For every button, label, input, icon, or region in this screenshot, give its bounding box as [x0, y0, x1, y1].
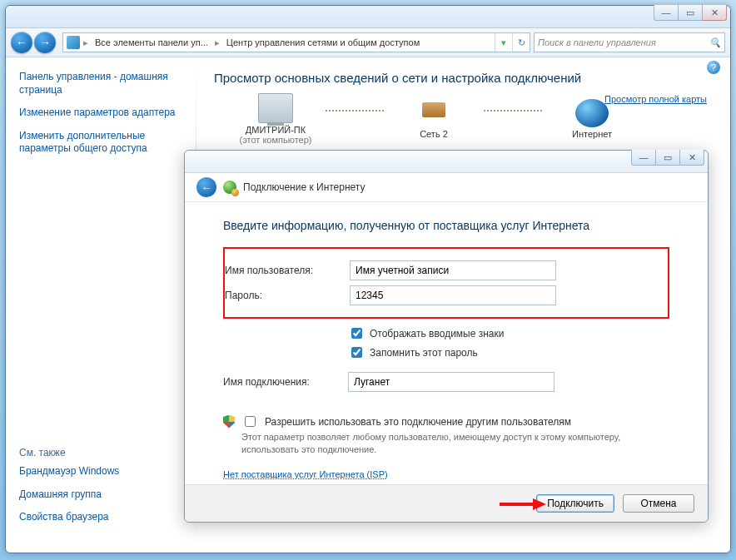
- sidebar-link-sharing[interactable]: Изменить дополнительные параметры общего…: [19, 130, 186, 156]
- remember-password-text: Запомнить этот пароль: [370, 347, 478, 359]
- breadcrumb-sep-icon: ▸: [213, 37, 221, 48]
- dialog-title: Подключение к Интернету: [243, 181, 366, 193]
- dialog-minimize-button[interactable]: —: [631, 150, 656, 166]
- wizard-icon: [223, 181, 236, 194]
- address-bar-row: ← → ▸ Все элементы панели уп... ▸ Центр …: [6, 28, 730, 57]
- window-titlebar: — ▭ ✕: [6, 6, 730, 28]
- no-isp-link[interactable]: Нет поставщика услуг Интернета (ISP): [223, 469, 388, 479]
- control-panel-icon: [67, 36, 80, 49]
- dialog-maximize-button[interactable]: ▭: [656, 150, 680, 166]
- show-chars-checkbox[interactable]: [351, 328, 362, 339]
- highlighted-credentials-box: Имя пользователя: Пароль:: [223, 247, 669, 319]
- sidebar-link-homegroup[interactable]: Домашняя группа: [19, 488, 119, 502]
- full-map-link[interactable]: Просмотр полной карты: [604, 94, 707, 104]
- search-placeholder: Поиск в панели управления: [538, 37, 656, 47]
- connection-line-icon: [326, 110, 384, 112]
- sidebar-link-browser-props[interactable]: Свойства браузера: [19, 511, 119, 524]
- node-pc-sublabel: (этот компьютер): [226, 135, 326, 145]
- dialog-heading: Введите информацию, полученную от постав…: [223, 219, 669, 232]
- remember-password-checkbox[interactable]: [351, 347, 362, 358]
- dialog-footer: Подключить Отмена: [185, 484, 708, 522]
- cancel-button[interactable]: Отмена: [623, 494, 694, 513]
- wizard-back-button[interactable]: ←: [196, 177, 216, 197]
- sidebar-link-home[interactable]: Панель управления - домашняя страница: [19, 71, 186, 97]
- sidebar-see-also-heading: См. также: [19, 447, 119, 458]
- connect-button[interactable]: Подключить: [536, 494, 614, 513]
- network-icon: [417, 99, 450, 127]
- nav-forward-button[interactable]: →: [34, 32, 56, 53]
- nav-back-button[interactable]: ←: [11, 32, 32, 53]
- page-title: Просмотр основных сведений о сети и наст…: [214, 71, 712, 85]
- node-pc-label: ДМИТРИЙ-ПК: [226, 125, 326, 135]
- password-label: Пароль:: [225, 290, 350, 301]
- node-internet: Интернет: [542, 99, 642, 139]
- close-button[interactable]: ✕: [703, 5, 727, 21]
- password-input[interactable]: [350, 285, 556, 305]
- breadcrumb-1[interactable]: Все элементы панели уп...: [90, 37, 213, 47]
- username-label: Имя пользователя:: [225, 265, 350, 276]
- remember-password-checkbox-label[interactable]: Запомнить этот пароль: [348, 344, 669, 360]
- node-network-label: Сеть 2: [384, 129, 484, 139]
- username-input[interactable]: [350, 260, 556, 280]
- address-bar[interactable]: ▸ Все элементы панели уп... ▸ Центр упра…: [62, 32, 530, 52]
- breadcrumb-2[interactable]: Центр управления сетями и общим доступом: [221, 37, 425, 47]
- dialog-body: Введите информацию, полученную от постав…: [185, 202, 708, 480]
- maximize-button[interactable]: ▭: [679, 5, 703, 21]
- show-chars-text: Отображать вводимые знаки: [370, 328, 504, 339]
- uac-shield-icon: [223, 415, 235, 429]
- dialog-close-button[interactable]: ✕: [680, 150, 704, 166]
- breadcrumb-sep-icon: ▸: [82, 37, 90, 48]
- node-this-pc: ДМИТРИЙ-ПК (этот компьютер): [226, 93, 326, 145]
- allow-others-row: Разрешить использовать это подключение д…: [223, 414, 669, 456]
- allow-others-checkbox[interactable]: [245, 416, 256, 427]
- sidebar-link-firewall[interactable]: Брандмауэр Windows: [19, 465, 119, 478]
- computer-icon: [258, 93, 293, 123]
- search-icon: 🔍: [709, 37, 721, 48]
- dialog-header: ← Подключение к Интернету: [185, 173, 708, 202]
- node-internet-label: Интернет: [542, 129, 642, 139]
- allow-others-label: Разрешить использовать это подключение д…: [265, 416, 571, 428]
- allow-others-hint: Этот параметр позволяет любому пользоват…: [241, 431, 669, 456]
- sidebar: Панель управления - домашняя страница Из…: [6, 57, 196, 549]
- refresh-button[interactable]: ↻: [512, 33, 530, 52]
- connect-wizard-dialog: — ▭ ✕ ← Подключение к Интернету Введите …: [184, 150, 709, 523]
- globe-icon: [575, 99, 609, 127]
- node-network: Сеть 2: [384, 99, 484, 139]
- minimize-button[interactable]: —: [654, 5, 679, 21]
- dialog-titlebar: — ▭ ✕: [185, 151, 708, 173]
- address-dropdown-button[interactable]: ▾: [495, 33, 512, 52]
- show-chars-checkbox-label[interactable]: Отображать вводимые знаки: [348, 325, 669, 341]
- search-input[interactable]: Поиск в панели управления 🔍: [534, 32, 725, 52]
- connection-name-label: Имя подключения:: [223, 376, 348, 388]
- help-icon[interactable]: ?: [707, 61, 720, 74]
- connection-line-icon: [484, 110, 542, 112]
- sidebar-link-adapter[interactable]: Изменение параметров адаптера: [19, 107, 186, 120]
- connection-name-input[interactable]: [348, 372, 554, 392]
